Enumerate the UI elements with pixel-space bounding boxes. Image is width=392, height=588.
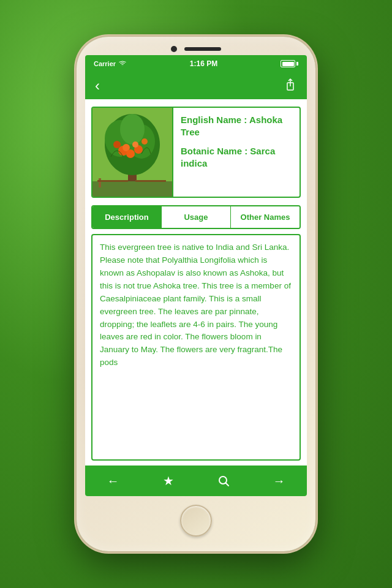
wifi-icon [118,61,127,67]
status-time: 1:16 PM [190,59,217,68]
plant-info: English Name : Ashoka Tree Botanic Name … [172,108,300,197]
phone-bottom [180,496,212,551]
phone-top-bar [77,37,315,55]
tabs-row: Description Usage Other Names [91,205,301,229]
speaker [184,47,221,51]
status-bar: Carrier 1:16 PM [85,55,307,72]
search-icon [217,475,230,487]
svg-point-11 [132,141,138,148]
svg-rect-18 [135,180,166,182]
carrier-label: Carrier [94,60,127,67]
plant-image [92,108,172,197]
plant-svg [92,108,172,197]
phone-screen: Carrier 1:16 PM ‹ [85,55,307,496]
bottom-toolbar: ← ★ → [85,466,307,496]
tab-usage[interactable]: Usage [162,206,231,228]
svg-point-12 [113,141,121,148]
svg-rect-16 [99,178,101,187]
home-button[interactable] [180,505,212,537]
battery-indicator [281,60,298,67]
content-area: English Name : Ashoka Tree Botanic Name … [85,99,307,466]
english-name: English Name : Ashoka Tree [181,114,292,138]
svg-rect-17 [97,180,128,182]
svg-rect-15 [92,181,172,197]
toolbar-back-button[interactable]: ← [97,469,129,493]
toolbar-forward-button[interactable]: → [263,469,295,493]
share-button[interactable] [284,78,297,94]
description-text: This evergreen tree is native to India a… [100,241,292,369]
tab-other-names[interactable]: Other Names [231,206,300,228]
camera [171,46,177,52]
svg-point-13 [141,138,148,145]
phone-shell: Carrier 1:16 PM ‹ [77,37,315,551]
toolbar-favorite-button[interactable]: ★ [153,469,184,493]
toolbar-search-button[interactable] [208,470,239,492]
navigation-bar: ‹ [85,72,307,99]
plant-card: English Name : Ashoka Tree Botanic Name … [91,107,301,198]
botanic-name: Botanic Name : Sarca indica [181,145,292,169]
back-button[interactable]: ‹ [95,78,100,93]
description-box: This evergreen tree is native to India a… [91,234,301,461]
svg-point-14 [126,149,135,158]
svg-point-7 [120,114,145,145]
share-icon [284,78,297,91]
tab-description[interactable]: Description [92,206,162,228]
